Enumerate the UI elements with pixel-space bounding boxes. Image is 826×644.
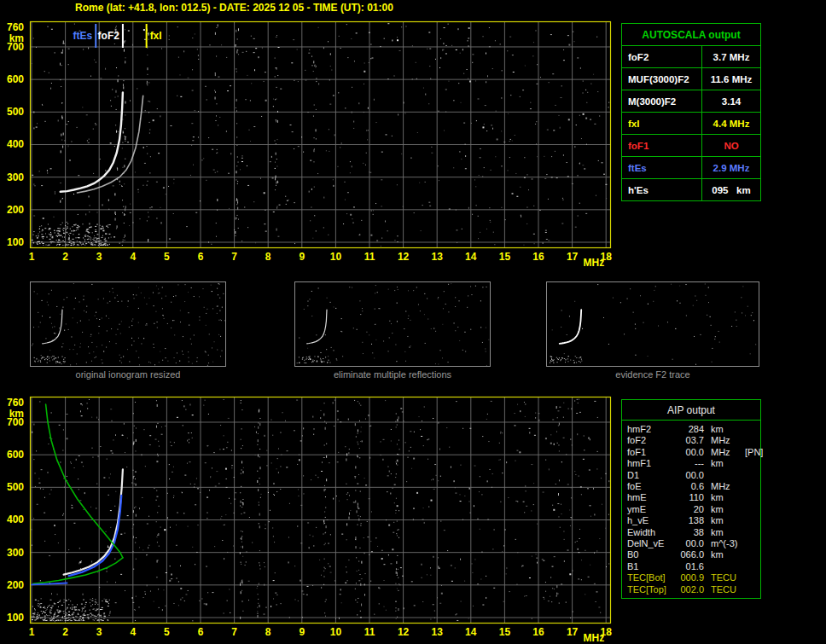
autoscala-row-fxI: fxI4.4 MHz xyxy=(622,113,760,135)
aip-row-extra xyxy=(743,538,757,549)
y-tick-label-760: 760 xyxy=(7,397,24,409)
aip-row-DelN_vE: DelN_vE00.0m^(-3) xyxy=(627,538,757,549)
autoscala-row-MUF(3000)F2: MUF(3000)F211.6 MHz xyxy=(622,68,760,90)
autoscala-rows: foF23.7 MHzMUF(3000)F211.6 MHzM(3000)F23… xyxy=(622,46,760,200)
y-tick-label-400: 400 xyxy=(7,138,24,150)
x-tick-label-12: 12 xyxy=(398,251,410,263)
y-tick-label-200: 200 xyxy=(7,579,24,591)
x-tick-label-4: 4 xyxy=(130,251,136,263)
aip-row-B0: B0066.0km xyxy=(627,549,757,560)
x-tick-label-2: 2 xyxy=(62,251,68,263)
aip-row-unit: m^(-3) xyxy=(709,538,743,549)
autoscala-row-value: 2.9 MHz xyxy=(702,157,760,178)
aip-row-TEC[Top]: TEC[Top]002.0TECU xyxy=(627,584,757,595)
aip-row-unit: TECU xyxy=(709,572,743,583)
aip-row-value: 00.0 xyxy=(678,538,709,549)
aip-row-label: D1 xyxy=(627,470,678,481)
y-tick-label-760: 760 xyxy=(7,21,24,33)
x-tick-label-3: 3 xyxy=(96,626,102,638)
aip-row-unit: km xyxy=(709,515,743,526)
thumb-border xyxy=(547,282,759,367)
aip-row-extra xyxy=(743,572,757,583)
x-tick-label-3: 3 xyxy=(96,251,102,263)
aip-row-unit: km xyxy=(709,492,743,503)
autoscala-screen: Rome (lat: +41.8, lon: 012.5) - DATE: 20… xyxy=(0,0,826,644)
x-tick-label-9: 9 xyxy=(299,626,305,638)
autoscala-row-label: foF2 xyxy=(622,46,702,67)
x-tick-label-8: 8 xyxy=(265,251,271,263)
autoscala-row-h'Es: h'Es095 km xyxy=(622,179,760,200)
thumbnail-eliminate-reflections xyxy=(294,281,491,367)
x-tick-label-16: 16 xyxy=(532,251,544,263)
y-tick-label-600: 600 xyxy=(7,449,24,461)
aip-row-ymE: ymE20km xyxy=(627,504,757,515)
grid-layer xyxy=(31,22,611,248)
autoscala-panel-title: AUTOSCALA output xyxy=(622,24,760,46)
axis-labels: 760700600500400300200100km12345678910111… xyxy=(7,397,612,644)
trace-electron-density-profile-topside xyxy=(46,404,123,558)
thumb-border xyxy=(295,282,491,367)
aip-row-extra xyxy=(743,435,757,446)
aip-row-Ewidth: Ewidth38km xyxy=(627,527,757,538)
y-tick-label-200: 200 xyxy=(7,204,24,216)
marker-label-foF2: foF2 xyxy=(98,30,120,42)
aip-row-unit xyxy=(709,470,743,481)
aip-row-extra xyxy=(743,504,757,515)
x-tick-label-10: 10 xyxy=(330,251,342,263)
aip-row-unit: km xyxy=(709,458,743,469)
x-tick-label-1: 1 xyxy=(29,251,35,263)
x-axis-unit-label: MHz xyxy=(584,632,605,644)
aip-row-TEC[Bot]: TEC[Bot]000.9TECU xyxy=(627,572,757,583)
axis-labels: 760700600500400300200100km12345678910111… xyxy=(7,21,612,269)
aip-row-label: hmF2 xyxy=(627,424,678,435)
aip-row-extra xyxy=(743,561,757,572)
x-tick-label-9: 9 xyxy=(299,251,305,263)
y-tick-label-500: 500 xyxy=(7,481,24,493)
thumb-f2-trace xyxy=(43,310,62,344)
aip-row-unit: MHz xyxy=(709,435,743,446)
aip-row-extra xyxy=(743,458,757,469)
aip-row-label: h_vE xyxy=(627,515,678,526)
autoscala-row-value: 4.4 MHz xyxy=(702,113,760,134)
aip-row-value: 0.6 xyxy=(678,481,709,492)
marker-label-ftEs: ftEs xyxy=(73,30,93,42)
aip-row-value: 110 xyxy=(678,492,709,503)
aip-row-extra xyxy=(743,492,757,503)
autoscala-row-label: fxI xyxy=(622,113,702,134)
marker-label-fxI: fxI xyxy=(150,30,162,42)
aip-row-extra xyxy=(743,527,757,538)
aip-row-extra xyxy=(743,481,757,492)
aip-row-foF1: foF100.0MHz[PN] xyxy=(627,447,757,458)
x-tick-label-11: 11 xyxy=(364,626,375,638)
x-tick-label-12: 12 xyxy=(398,626,410,638)
aip-panel-title: AIP output xyxy=(622,400,760,421)
y-tick-label-100: 100 xyxy=(7,236,24,248)
x-tick-label-6: 6 xyxy=(198,626,204,638)
x-tick-label-14: 14 xyxy=(465,626,477,638)
autoscala-row-foF2: foF23.7 MHz xyxy=(622,46,760,68)
y-tick-label-600: 600 xyxy=(7,73,24,85)
aip-row-label: foF1 xyxy=(627,447,678,458)
y-tick-label-100: 100 xyxy=(7,612,24,624)
autoscala-row-value: NO xyxy=(702,135,760,156)
aip-row-unit: MHz xyxy=(709,481,743,492)
plot-border xyxy=(31,397,611,624)
autoscala-row-value: 3.14 xyxy=(702,90,760,112)
aip-row-label: Ewidth xyxy=(627,527,678,538)
x-tick-label-11: 11 xyxy=(364,251,375,263)
noise-layer xyxy=(31,399,609,623)
aip-row-value: 00.0 xyxy=(678,470,709,481)
page-title: Rome (lat: +41.8, lon: 012.5) - DATE: 20… xyxy=(75,2,393,14)
aip-row-unit: km xyxy=(709,504,743,515)
aip-row-label: hmF1 xyxy=(627,458,678,469)
plot-border xyxy=(31,22,611,248)
aip-row-extra xyxy=(743,470,757,481)
aip-row-unit: km xyxy=(709,549,743,560)
autoscala-output-panel: AUTOSCALA output foF23.7 MHzMUF(3000)F21… xyxy=(621,23,761,201)
aip-row-extra: [PN] xyxy=(743,447,763,458)
aip-row-value: 38 xyxy=(678,527,709,538)
autoscala-row-M(3000)F2: M(3000)F23.14 xyxy=(622,90,760,113)
aip-row-unit xyxy=(709,561,743,572)
x-tick-label-5: 5 xyxy=(164,626,170,638)
aip-row-label: foF2 xyxy=(627,435,678,446)
